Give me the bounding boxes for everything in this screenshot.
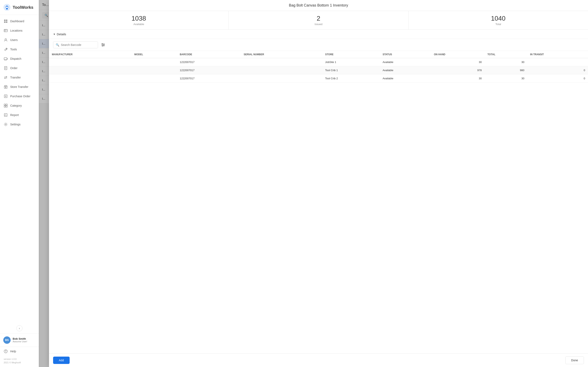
locations-icon <box>4 29 8 33</box>
sidebar-item-purchase-order[interactable]: Purchase Order <box>0 92 39 101</box>
cell-store: Tool Crib 1 <box>322 66 380 75</box>
svg-rect-22 <box>4 106 6 107</box>
modal-header: Bag Bolt Canvas Bottom 1 Inventory <box>49 0 588 11</box>
filter-icon <box>101 43 105 47</box>
sidebar-item-dashboard[interactable]: Dashboard <box>0 17 39 26</box>
stat-issued-value: 2 <box>317 15 320 22</box>
svg-rect-21 <box>6 104 7 105</box>
help-icon <box>4 349 8 353</box>
sidebar-item-order[interactable]: Order <box>0 63 39 73</box>
filter-button[interactable] <box>100 42 106 48</box>
sidebar-item-label: Users <box>10 38 18 42</box>
sidebar-item-label: Dispatch <box>10 57 21 60</box>
col-barcode: BARCODE <box>177 51 241 58</box>
main-content: To... 🔍 S... I... I... I... I... I... I.… <box>39 0 588 367</box>
user-role: Awsome User! <box>13 340 27 343</box>
sidebar-item-report[interactable]: Report <box>0 110 39 120</box>
logo-icon <box>3 4 11 11</box>
report-icon <box>4 113 8 117</box>
sidebar: ToolWorks Dashboard <box>0 0 39 367</box>
avatar: BS <box>3 336 11 344</box>
settings-icon <box>4 122 8 126</box>
cell-in_transit: 0 <box>527 75 588 83</box>
col-status: STATUS <box>380 51 431 58</box>
stat-issued-label: Issued <box>315 23 322 26</box>
svg-point-1 <box>6 7 8 8</box>
modal-title: Bag Bolt Canvas Bottom 1 Inventory <box>289 3 348 7</box>
table-row[interactable]: 1222007017JobSite 1Available3030 <box>49 58 588 66</box>
order-icon <box>4 66 8 70</box>
svg-rect-10 <box>4 58 7 60</box>
help-label: Help <box>10 350 16 353</box>
user-info: Bob Smith Awsome User! <box>13 337 27 343</box>
cell-store: JobSite 1 <box>322 58 380 66</box>
modal-footer: Add Done <box>49 353 588 367</box>
sidebar-item-settings[interactable]: Settings <box>0 120 39 129</box>
cell-model <box>131 75 177 83</box>
sidebar-item-label: Tools <box>10 48 17 51</box>
cell-manufacturer <box>49 66 131 75</box>
logo: ToolWorks <box>0 0 39 15</box>
collapse-button[interactable]: ‹ <box>16 325 22 331</box>
sidebar-item-store-transfer[interactable]: Store Transfer <box>0 82 39 92</box>
user-profile: BS Bob Smith Awsome User! <box>0 333 39 347</box>
stat-total: 1040 Total <box>408 11 588 29</box>
svg-point-35 <box>104 44 104 45</box>
add-button[interactable]: Add <box>53 357 70 364</box>
tools-icon <box>4 47 8 51</box>
stat-total-value: 1040 <box>491 15 506 22</box>
stat-issued: 2 Issued <box>229 11 408 29</box>
sidebar-item-label: Transfer <box>10 76 21 79</box>
svg-rect-3 <box>6 20 7 21</box>
search-box: 🔍 <box>53 42 98 48</box>
svg-rect-20 <box>4 104 6 105</box>
sidebar-item-locations[interactable]: Locations <box>0 26 39 35</box>
col-total: TOTAL <box>485 51 527 58</box>
cell-status: Available <box>380 58 431 66</box>
col-store: STORE <box>322 51 380 58</box>
sidebar-item-help[interactable]: Help <box>0 347 39 356</box>
sidebar-item-transfer[interactable]: Transfer <box>0 73 39 82</box>
sidebar-item-category[interactable]: Category <box>0 101 39 110</box>
svg-point-30 <box>6 352 6 352</box>
store-transfer-icon <box>4 85 8 89</box>
search-barcode-input[interactable] <box>61 43 95 47</box>
cell-on_hand: 30 <box>431 58 484 66</box>
details-toggle[interactable]: ▼ Details <box>49 30 588 39</box>
cell-in_transit: 0 <box>527 66 588 75</box>
table-header-row: MANUFACTURER MODEL BARCODE SERIAL NUMBER… <box>49 51 588 58</box>
details-label: Details <box>57 33 66 36</box>
sidebar-item-label: Dashboard <box>10 20 24 23</box>
purchase-order-icon <box>4 94 8 98</box>
cell-on_hand: 30 <box>431 75 484 83</box>
dashboard-icon <box>4 19 8 23</box>
cell-serial_number <box>241 75 322 83</box>
col-model: MODEL <box>131 51 177 58</box>
sidebar-item-dispatch[interactable]: Dispatch <box>0 54 39 63</box>
svg-point-36 <box>102 45 103 46</box>
inventory-modal: Bag Bolt Canvas Bottom 1 Inventory 1038 … <box>49 0 588 367</box>
modal-overlay: Bag Bolt Canvas Bottom 1 Inventory 1038 … <box>39 0 588 367</box>
sidebar-item-label: Settings <box>10 123 21 126</box>
table-body: 1222007017JobSite 1Available303012220070… <box>49 58 588 83</box>
stat-total-label: Total <box>495 23 501 26</box>
sidebar-item-users[interactable]: Users <box>0 35 39 45</box>
table-row[interactable]: 1222007017Tool Crib 2Available30300 <box>49 75 588 83</box>
col-on-hand: ON HAND <box>431 51 484 58</box>
svg-point-28 <box>5 124 6 125</box>
cell-store: Tool Crib 2 <box>322 75 380 83</box>
svg-rect-4 <box>4 21 6 23</box>
svg-rect-23 <box>6 106 7 107</box>
svg-point-34 <box>102 43 103 44</box>
sidebar-item-tools[interactable]: Tools <box>0 45 39 54</box>
svg-rect-2 <box>4 20 6 21</box>
sidebar-item-label: Order <box>10 67 17 70</box>
category-icon <box>4 104 8 108</box>
svg-rect-5 <box>6 21 7 23</box>
sidebar-item-label: Purchase Order <box>10 95 30 98</box>
user-name: Bob Smith <box>13 337 27 340</box>
col-in-transit: IN TRANSIT <box>527 51 588 58</box>
table-row[interactable]: 1222007017Tool Crib 1Available9789800 <box>49 66 588 75</box>
sidebar-item-label: Report <box>10 113 19 117</box>
done-button[interactable]: Done <box>565 356 584 364</box>
